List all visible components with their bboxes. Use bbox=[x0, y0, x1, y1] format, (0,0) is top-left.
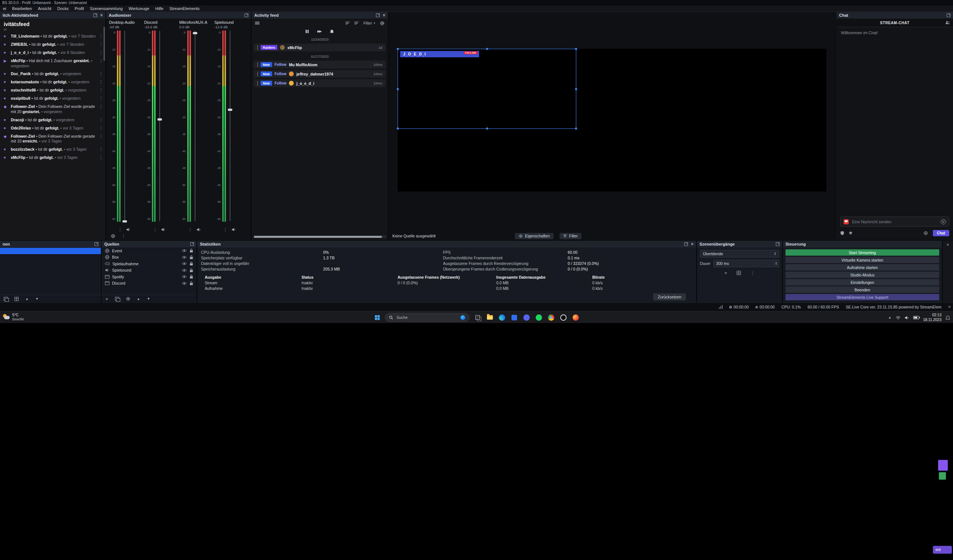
menu-item[interactable]: Docks bbox=[54, 6, 72, 12]
star-icon[interactable] bbox=[848, 231, 853, 235]
sort-icon[interactable] bbox=[346, 22, 350, 25]
item-menu-icon[interactable]: ⋮ bbox=[99, 118, 103, 122]
close-icon[interactable]: × bbox=[946, 241, 949, 247]
selected-scene-row[interactable] bbox=[0, 248, 101, 254]
menu-item[interactable]: Bearbeiten bbox=[9, 6, 35, 12]
speaker-icon[interactable] bbox=[126, 228, 131, 231]
feed-item[interactable]: Doc_Panik • Ist dir gefolgt. • vorgester… bbox=[0, 70, 106, 78]
resize-handle[interactable] bbox=[575, 48, 577, 50]
pause-icon[interactable] bbox=[306, 30, 309, 33]
viewer-list-icon[interactable] bbox=[945, 20, 950, 25]
feed-item[interactable]: Follower-Ziel • Dein Follower-Ziel wurde… bbox=[0, 132, 106, 146]
item-menu-icon[interactable]: ⋮ bbox=[99, 96, 103, 101]
source-row[interactable]: Spotify bbox=[102, 273, 197, 280]
identity-badge-icon[interactable] bbox=[840, 231, 844, 235]
feed-item[interactable]: kotaroumakoto • Ist dir gefolgt. • vorge… bbox=[0, 78, 106, 86]
search-input[interactable] bbox=[396, 315, 458, 320]
add-transition-icon[interactable]: + bbox=[725, 270, 727, 275]
speaker-icon[interactable] bbox=[161, 228, 166, 231]
volume-slider[interactable] bbox=[157, 30, 163, 226]
volume-slider[interactable] bbox=[227, 30, 233, 226]
chat-send-button[interactable]: Chat bbox=[933, 230, 949, 236]
transition-menu-icon[interactable]: ⋮ bbox=[750, 271, 754, 275]
channel-menu-icon[interactable]: ⋮ bbox=[153, 227, 157, 232]
feed-item[interactable]: Dracoji • Ist dir gefolgt. • vorgestern … bbox=[0, 116, 106, 124]
feed-item[interactable]: ossipitbull • Ist dir gefolgt. • vorgest… bbox=[0, 95, 106, 103]
feed-item[interactable]: Follower-Ziel • Dein Follower-Ziel wurde… bbox=[0, 103, 106, 116]
move-up-icon[interactable]: ▲ bbox=[25, 297, 29, 301]
mixer-menu-icon[interactable]: ⋮ bbox=[121, 234, 126, 238]
reset-stats-button[interactable]: Zurücksetzen bbox=[653, 293, 686, 300]
chat-input[interactable] bbox=[851, 219, 938, 224]
control-button[interactable]: Studio-Modus bbox=[785, 271, 939, 278]
add-source-icon[interactable]: + bbox=[106, 296, 108, 301]
source-row[interactable]: Discord bbox=[102, 280, 197, 287]
activity-event-row[interactable]: Raiders xMcFlip 1d bbox=[254, 43, 386, 51]
duration-spinbox[interactable]: 300 ms ▲▼ bbox=[713, 260, 779, 267]
duplicate-source-icon[interactable] bbox=[115, 297, 119, 301]
resize-handle[interactable] bbox=[397, 88, 399, 90]
task-view-button[interactable] bbox=[473, 313, 482, 322]
feed-item[interactable]: xMcFlip • Hat dich mit 1 Zuschauer gerai… bbox=[0, 57, 106, 70]
feed-item[interactable]: j_o_e_d_i • Ist dir gefolgt. • vor 8 Stu… bbox=[0, 49, 106, 57]
lock-icon[interactable] bbox=[189, 275, 193, 279]
activity-hscrollbar-track[interactable] bbox=[253, 235, 386, 238]
filter-dropdown[interactable]: Filter▾ bbox=[363, 21, 375, 25]
feed-item[interactable]: Till_Lindemann • Ist dir gefolgt. • vor … bbox=[0, 33, 106, 40]
feed-item[interactable]: ZWIEB3L • Ist dir gefolgt. • vor 7 Stund… bbox=[0, 40, 106, 49]
control-button[interactable]: StreamElements Live Support bbox=[785, 294, 939, 300]
notification-bell-icon[interactable] bbox=[945, 315, 950, 320]
channel-menu-icon[interactable]: ⋮ bbox=[188, 227, 192, 232]
resize-handle[interactable] bbox=[397, 128, 399, 129]
spinner-arrows-icon[interactable]: ▲▼ bbox=[773, 260, 779, 267]
control-button[interactable]: Beenden bbox=[785, 287, 939, 293]
volume-slider-handle[interactable] bbox=[228, 109, 232, 111]
file-explorer-button[interactable] bbox=[486, 313, 494, 322]
move-down-icon[interactable]: ▼ bbox=[36, 297, 39, 301]
menu-item[interactable]: Hilfe bbox=[152, 6, 166, 12]
gear-icon[interactable] bbox=[110, 234, 115, 239]
menu-item[interactable]: ei bbox=[0, 6, 9, 12]
transition-select[interactable]: Überblende ▲▼ bbox=[700, 250, 779, 258]
channel-menu-icon[interactable]: ⋮ bbox=[118, 227, 122, 232]
speaker-icon[interactable] bbox=[197, 228, 201, 231]
wifi-icon[interactable] bbox=[896, 316, 900, 320]
move-up-icon[interactable]: ▲ bbox=[137, 297, 140, 301]
feed-scrollbar[interactable] bbox=[104, 27, 105, 61]
visibility-eye-icon[interactable] bbox=[182, 262, 187, 265]
popout-icon[interactable] bbox=[947, 13, 950, 17]
edge-button[interactable] bbox=[498, 313, 506, 322]
visibility-eye-icon[interactable] bbox=[182, 268, 187, 272]
menu-item[interactable]: Ansicht bbox=[35, 6, 54, 12]
item-menu-icon[interactable]: ⋮ bbox=[99, 104, 103, 109]
control-button[interactable]: Virtuelle Kamera starten bbox=[785, 257, 939, 263]
source-row[interactable]: Spielsound bbox=[102, 267, 197, 274]
popout-icon[interactable] bbox=[376, 13, 380, 17]
obs-button[interactable] bbox=[559, 313, 568, 322]
skip-icon[interactable]: ▶▶ bbox=[318, 29, 321, 33]
item-menu-icon[interactable]: ⋮ bbox=[99, 34, 103, 38]
battery-icon[interactable] bbox=[913, 316, 919, 319]
visibility-eye-icon[interactable] bbox=[182, 275, 187, 278]
item-menu-icon[interactable]: ⋮ bbox=[99, 147, 103, 152]
control-button[interactable]: Start Streaming bbox=[785, 249, 939, 256]
duplicate-scene-icon[interactable] bbox=[4, 297, 8, 301]
item-menu-icon[interactable]: ⋮ bbox=[99, 155, 103, 160]
visibility-eye-icon[interactable] bbox=[182, 282, 187, 285]
chrome-button[interactable] bbox=[547, 313, 556, 322]
scene-canvas[interactable]: J_O_E_D_I FOLLOW bbox=[397, 49, 826, 192]
popout-icon[interactable] bbox=[245, 13, 248, 17]
source-properties-gear-icon[interactable] bbox=[126, 296, 130, 301]
firefox-button[interactable] bbox=[571, 313, 580, 322]
resize-handle[interactable] bbox=[486, 48, 488, 50]
lock-icon[interactable] bbox=[189, 262, 193, 266]
menu-item[interactable]: Profil bbox=[71, 6, 87, 12]
app-button[interactable] bbox=[510, 313, 518, 322]
spotify-button[interactable] bbox=[535, 313, 543, 322]
item-menu-icon[interactable]: ⋮ bbox=[99, 126, 103, 130]
volume-slider-handle[interactable] bbox=[193, 32, 197, 34]
taskbar-clock[interactable]: 02:13 18.11.2023 bbox=[923, 313, 941, 322]
volume-slider-handle[interactable] bbox=[157, 118, 162, 121]
resize-handle[interactable] bbox=[397, 48, 399, 50]
lock-icon[interactable] bbox=[189, 268, 193, 272]
